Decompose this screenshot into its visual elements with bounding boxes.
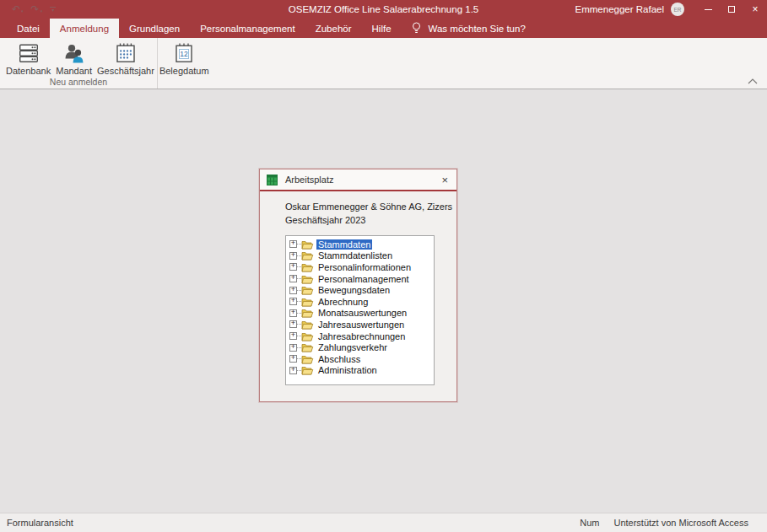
tree-item[interactable]: + Jahresabrechnungen xyxy=(289,330,434,342)
titlebar: ↶▾ ↷▾ ▾ OSEMZIZ Office Line Salaerabrech… xyxy=(0,0,767,19)
tree-item[interactable]: + Bewegungsdaten xyxy=(289,284,434,296)
tree-item[interactable]: + Abschluss xyxy=(289,353,434,365)
ribbon: Datenbank Mandant xyxy=(0,38,767,89)
customize-quick-access-icon[interactable]: ▾ xyxy=(50,7,56,13)
tree-item[interactable]: + Personalmanagement xyxy=(289,273,434,285)
folder-icon xyxy=(301,297,314,307)
expand-plus-icon[interactable]: + xyxy=(289,240,297,248)
expand-plus-icon[interactable]: + xyxy=(289,344,297,352)
calendar-date-icon: 12 xyxy=(173,42,195,64)
calendar-grid-icon xyxy=(115,42,137,64)
tab-zubehoer[interactable]: Zubehör xyxy=(305,19,362,38)
database-icon xyxy=(18,42,40,64)
expand-plus-icon[interactable]: + xyxy=(289,252,297,260)
navigation-tree[interactable]: + Stammdaten + Stammdatenlisten + Person… xyxy=(285,235,435,385)
lightbulb-icon xyxy=(412,22,421,35)
company-name: Oskar Emmenegger & Söhne AG, Zizers xyxy=(285,200,456,213)
expand-plus-icon[interactable]: + xyxy=(289,367,297,374)
dialog-titlebar[interactable]: Arbeitsplatz × xyxy=(260,169,456,191)
powered-by-label: Unterstützt von Microsoft Access xyxy=(613,518,748,528)
fiscal-year: Geschäftsjahr 2023 xyxy=(285,213,456,227)
mandant-button[interactable]: Mandant xyxy=(53,41,95,77)
tree-item[interactable]: + Stammdatenlisten xyxy=(289,250,434,262)
svg-text:12: 12 xyxy=(181,50,189,58)
folder-icon xyxy=(301,342,314,352)
folder-icon xyxy=(301,365,314,375)
tab-grundlagen[interactable]: Grundlagen xyxy=(119,19,190,38)
redo-icon[interactable]: ↷▾ xyxy=(31,4,43,14)
expand-plus-icon[interactable]: + xyxy=(289,320,297,328)
minimize-button[interactable] xyxy=(696,0,720,19)
tree-item[interactable]: + Stammdaten xyxy=(289,239,434,250)
folder-icon xyxy=(301,285,314,295)
tab-datei[interactable]: Datei xyxy=(7,19,50,38)
workspace: Arbeitsplatz × Oskar Emmenegger & Söhne … xyxy=(0,89,767,513)
folder-icon xyxy=(301,274,314,284)
view-mode-label: Formularansicht xyxy=(7,518,73,528)
statusbar: Formularansicht Num Unterstützt von Micr… xyxy=(0,513,767,532)
close-button[interactable]: × xyxy=(743,0,767,19)
tree-item[interactable]: + Jahresauswertungen xyxy=(289,319,434,330)
undo-icon[interactable]: ↶▾ xyxy=(12,4,24,14)
dialog-title: Arbeitsplatz xyxy=(285,175,432,185)
tree-item[interactable]: + Zahlungsverkehr xyxy=(289,341,434,353)
tab-personalmanagement[interactable]: Personalmanagement xyxy=(190,19,305,38)
tell-me-search[interactable]: Was möchten Sie tun? xyxy=(412,19,526,38)
folder-icon xyxy=(301,354,314,364)
folder-icon xyxy=(301,239,314,250)
collapse-ribbon-button[interactable] xyxy=(747,76,759,86)
folder-icon xyxy=(301,250,314,261)
num-lock-indicator: Num xyxy=(580,518,599,528)
folder-icon xyxy=(301,331,314,341)
tree-item[interactable]: + Administration xyxy=(289,365,434,377)
tree-item[interactable]: + Monatsauswertungen xyxy=(289,308,434,320)
quick-access-toolbar: ↶▾ ↷▾ ▾ xyxy=(0,4,56,14)
expand-plus-icon[interactable]: + xyxy=(289,298,297,305)
expand-plus-icon[interactable]: + xyxy=(289,287,297,294)
expand-plus-icon[interactable]: + xyxy=(289,355,297,363)
expand-plus-icon[interactable]: + xyxy=(289,263,297,271)
close-icon: × xyxy=(752,3,758,15)
search-label: Was möchten Sie tun? xyxy=(429,24,526,34)
chevron-up-icon xyxy=(748,78,758,84)
green-form-icon xyxy=(267,175,278,185)
expand-plus-icon[interactable]: + xyxy=(289,309,297,317)
tree-item[interactable]: + Abrechnung xyxy=(289,296,434,308)
geschaeftsjahr-button[interactable]: Geschäftsjahr xyxy=(95,41,157,77)
tab-hilfe[interactable]: Hilfe xyxy=(362,19,402,38)
folder-icon xyxy=(301,320,314,330)
dialog-close-button[interactable]: × xyxy=(440,175,450,185)
ribbon-group-label: Neu anmelden xyxy=(0,77,157,89)
folder-icon xyxy=(301,262,314,272)
maximize-button[interactable] xyxy=(720,0,743,19)
expand-plus-icon[interactable]: + xyxy=(289,275,297,282)
avatar[interactable]: ER xyxy=(671,3,684,16)
belegdatum-button[interactable]: 12 Belegdatum xyxy=(157,41,212,77)
datenbank-button[interactable]: Datenbank xyxy=(3,41,53,77)
ribbon-tab-row: Datei Anmeldung Grundlagen Personalmanag… xyxy=(0,19,767,38)
users-icon xyxy=(63,42,85,64)
user-name[interactable]: Emmenegger Rafael xyxy=(575,4,664,14)
folder-icon xyxy=(301,308,314,318)
tree-item[interactable]: + Personalinformationen xyxy=(289,261,434,273)
maximize-icon xyxy=(728,6,735,13)
expand-plus-icon[interactable]: + xyxy=(289,332,297,340)
arbeitsplatz-dialog: Arbeitsplatz × Oskar Emmenegger & Söhne … xyxy=(259,169,457,402)
ribbon-group-neu-anmelden: Datenbank Mandant xyxy=(0,38,158,89)
tab-anmeldung[interactable]: Anmeldung xyxy=(50,19,119,38)
minimize-icon xyxy=(705,9,712,10)
